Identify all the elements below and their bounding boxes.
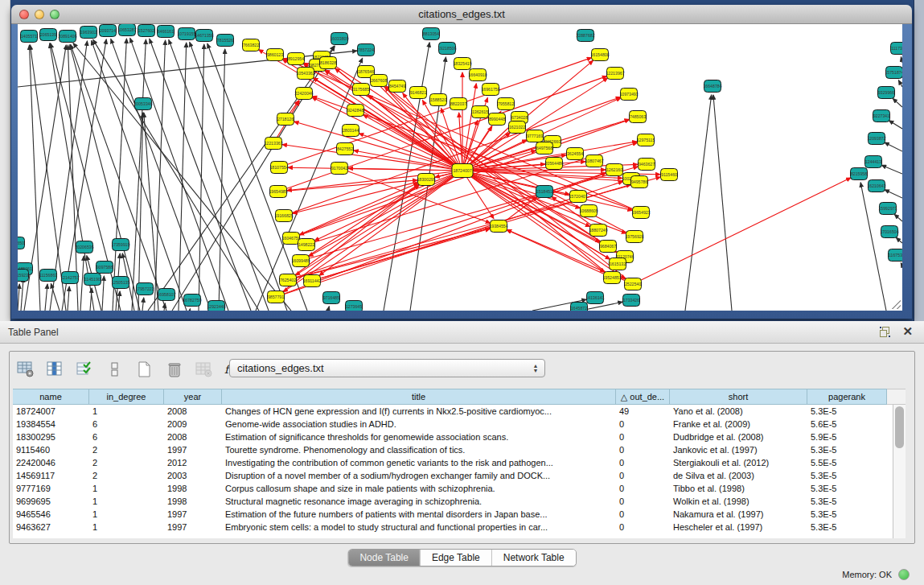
table-row[interactable]: 1830029562008Estimation of significance … — [13, 431, 893, 443]
graph-node[interactable]: 8427552 — [337, 143, 354, 155]
graph-node[interactable]: 1498222 — [298, 239, 315, 251]
graph-node[interactable]: 9329966 — [878, 87, 895, 99]
graph-node[interactable]: 10973493 — [619, 89, 638, 101]
table-cell[interactable]: Nakamura et al. (1997) — [670, 508, 807, 521]
graph-node[interactable]: 7625402 — [280, 274, 297, 286]
column-header-name[interactable]: name — [13, 389, 89, 405]
graph-node[interactable]: 15751874 — [885, 67, 902, 79]
graph-node[interactable]: 10719155 — [177, 28, 195, 40]
graph-node[interactable]: 22420046 — [294, 88, 313, 100]
graph-node[interactable]: 1273645 — [346, 301, 363, 311]
table-row[interactable]: 1872400712008Changes of HCN gene express… — [13, 405, 893, 418]
table-cell[interactable]: Yano et al. (2008) — [670, 405, 807, 418]
table-cell[interactable]: 0 — [616, 495, 670, 508]
graph-node[interactable]: 1963902 — [80, 27, 97, 39]
graph-node[interactable]: 9716485 — [323, 292, 340, 304]
graph-node[interactable]: 12505135 — [111, 277, 129, 289]
graph-node[interactable]: 9495786 — [631, 176, 648, 188]
tab-node-table[interactable]: Node Table — [348, 550, 420, 566]
graph-node[interactable]: 11156863 — [39, 270, 57, 282]
graph-node[interactable]: 9684067 — [600, 241, 617, 253]
graph-node[interactable]: 1518451 — [536, 186, 553, 198]
graph-node[interactable]: 1244413 — [865, 156, 882, 168]
graph-node[interactable]: 6497568 — [536, 142, 553, 154]
graph-node[interactable]: 12142757 — [60, 272, 79, 284]
table-cell[interactable]: 1 — [89, 482, 164, 495]
table-cell[interactable]: 0 — [616, 431, 670, 443]
graph-node[interactable]: 12975115 — [637, 134, 655, 146]
graph-node[interactable]: 8912954 — [288, 53, 305, 65]
graph-node[interactable]: 12093872 — [867, 133, 885, 145]
table-cell[interactable]: Corpus callosum shape and size in male p… — [222, 482, 616, 495]
table-cell[interactable]: Tourette syndrome. Phenomenology and cla… — [222, 443, 616, 456]
graph-node[interactable]: 9857791 — [268, 291, 285, 303]
table-cell[interactable]: 5.3E-5 — [807, 495, 887, 508]
graph-node[interactable]: 15720407 — [569, 191, 587, 203]
graph-node[interactable]: 3624554 — [567, 148, 584, 160]
graph-node[interactable]: 18300295 — [417, 174, 435, 186]
table-cell[interactable]: 1998 — [164, 482, 222, 495]
new-column-button[interactable] — [133, 358, 156, 381]
table-cell[interactable]: 5.5E-5 — [807, 456, 887, 469]
graph-node[interactable]: 16640910 — [468, 69, 487, 81]
graph-node[interactable]: 17957223 — [135, 283, 154, 295]
table-cell[interactable]: de Silva et al. (2003) — [670, 469, 807, 482]
graph-node[interactable]: 1615132 — [610, 258, 626, 270]
tab-network-table[interactable]: Network Table — [491, 550, 576, 566]
table-cell[interactable]: 14569117 — [13, 469, 89, 482]
table-cell[interactable]: 18724007 — [13, 405, 89, 418]
graph-node[interactable]: 20891406 — [58, 31, 76, 43]
table-cell[interactable]: 6 — [89, 418, 164, 431]
graph-node[interactable]: 1733426 — [623, 295, 640, 307]
graph-node[interactable]: 19654923 — [631, 207, 650, 219]
graph-node[interactable]: 12213363 — [264, 138, 282, 150]
table-cell[interactable]: 49 — [616, 405, 670, 418]
graph-node[interactable]: 19166825 — [274, 210, 293, 222]
graph-node[interactable]: 9777169 — [527, 130, 544, 142]
close-panel-icon[interactable]: ✕ — [902, 324, 913, 339]
table-row[interactable]: 946554611997Estimation of the future num… — [13, 508, 893, 521]
column-header-short[interactable]: short — [670, 389, 807, 405]
table-cell[interactable]: 1 — [89, 495, 164, 508]
table-cell[interactable]: 2003 — [164, 469, 222, 482]
table-cell[interactable]: 5.3E-5 — [807, 508, 887, 521]
table-cell[interactable]: 0 — [616, 456, 670, 469]
graph-node[interactable]: 10807467 — [585, 155, 603, 167]
delete-column-button[interactable] — [163, 358, 186, 381]
table-cell[interactable]: 1 — [89, 521, 164, 534]
graph-node[interactable]: 8454749 — [389, 80, 406, 93]
graph-node[interactable]: 14136141 — [585, 292, 604, 304]
table-cell[interactable]: 1 — [89, 508, 164, 521]
table-cell[interactable]: 19384554 — [13, 418, 89, 431]
graph-node[interactable]: 15992971 — [878, 203, 897, 215]
validate-table-button[interactable] — [74, 358, 97, 381]
table-cell[interactable]: 1 — [89, 405, 164, 418]
table-cell[interactable]: 9463627 — [13, 521, 89, 534]
table-row[interactable]: 969969511998Structural magnetic resonanc… — [13, 495, 893, 508]
column-header-pagerank[interactable]: pagerank — [807, 389, 887, 405]
table-cell[interactable]: Embryonic stem cells: a model to study s… — [222, 521, 616, 534]
delete-table-button[interactable] — [193, 358, 216, 381]
table-cell[interactable]: 9699695 — [13, 495, 89, 508]
table-row[interactable]: 1938455462009Genome-wide association stu… — [13, 418, 893, 431]
table-row[interactable]: 977716911998Corpus callosum shape and si… — [13, 482, 893, 495]
graph-node[interactable]: 1405571 — [21, 31, 38, 43]
graph-node[interactable]: 1527602 — [138, 25, 155, 37]
table-cell[interactable]: 1997 — [164, 521, 222, 534]
table-row[interactable]: 1456911722003Disruption of a novel membe… — [13, 469, 893, 482]
table-cell[interactable]: 9777169 — [13, 482, 89, 495]
table-cell[interactable]: 1997 — [164, 443, 222, 456]
table-cell[interactable]: 2 — [89, 469, 164, 482]
graph-node[interactable]: 16210643 — [867, 180, 885, 192]
table-cell[interactable]: Changes of HCN gene expression and I(f) … — [222, 405, 616, 418]
table-cell[interactable]: Estimation of the future numbers of pati… — [222, 508, 616, 521]
graph-node[interactable]: 16033809 — [330, 33, 348, 45]
table-cell[interactable]: 18300295 — [13, 431, 89, 443]
table-selector-dropdown[interactable]: citations_edges.txt ▲▼ — [229, 359, 545, 377]
graph-node[interactable]: 10653287 — [117, 24, 136, 36]
graph-node[interactable]: 9860123 — [267, 49, 284, 61]
graph-node[interactable]: 16099489 — [291, 255, 310, 267]
graph-node[interactable]: 2065139 — [40, 29, 57, 41]
table-cell[interactable]: 0 — [616, 443, 670, 456]
float-panel-icon[interactable] — [880, 327, 890, 337]
